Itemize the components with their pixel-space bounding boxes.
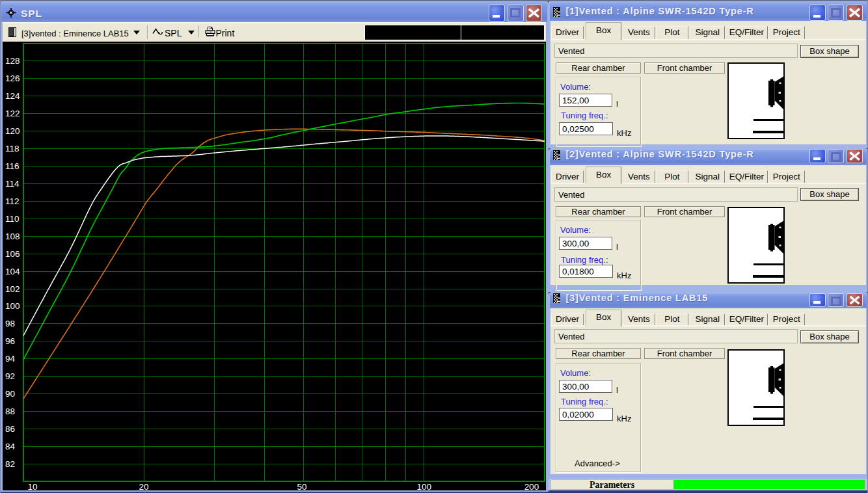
svg-text:116: 116 [5,161,20,171]
svg-text:104: 104 [5,267,20,276]
svg-text:92: 92 [5,371,15,381]
svg-text:112: 112 [5,196,20,206]
svg-text:96: 96 [5,336,15,346]
svg-text:126: 126 [5,73,20,83]
svg-text:128: 128 [5,56,20,66]
svg-text:86: 86 [5,424,15,434]
svg-text:120: 120 [5,126,20,136]
svg-text:98: 98 [5,319,15,328]
svg-text:82: 82 [5,459,15,469]
svg-text:110: 110 [5,214,20,224]
svg-text:84: 84 [5,442,16,451]
svg-text:88: 88 [5,406,15,416]
svg-text:100: 100 [5,301,20,311]
svg-text:118: 118 [5,144,20,153]
svg-text:114: 114 [5,179,20,189]
svg-text:108: 108 [5,232,20,241]
svg-text:94: 94 [5,354,16,364]
svg-text:102: 102 [5,284,20,294]
svg-text:122: 122 [5,109,20,118]
svg-text:90: 90 [5,389,15,399]
svg-text:106: 106 [5,249,20,259]
svg-text:124: 124 [5,91,20,101]
